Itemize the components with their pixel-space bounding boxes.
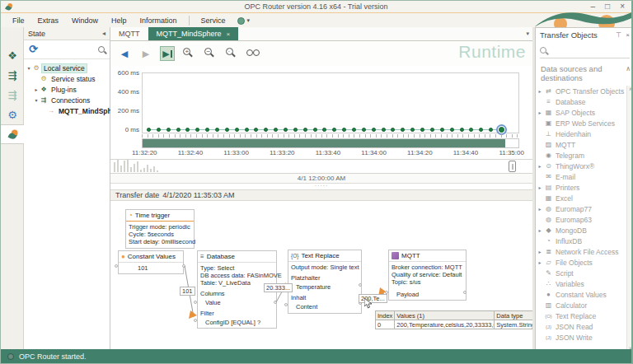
transfer-object-json-write[interactable]: {J}JSON Write [536, 332, 633, 343]
transfer-object-mqtt[interactable]: ▨MQTT [536, 139, 633, 150]
menu-item-file[interactable]: File [6, 16, 31, 25]
expander-icon[interactable]: ▸ [536, 184, 544, 190]
data-point[interactable] [313, 128, 317, 132]
data-point[interactable] [215, 128, 219, 132]
expander-icon[interactable]: ▸ [536, 206, 544, 212]
data-point[interactable] [391, 128, 395, 132]
templates-icon[interactable]: ⇶ [1, 85, 24, 105]
expander-icon[interactable]: ▾ [26, 65, 32, 71]
section-collapse-icon[interactable]: ∧ [626, 64, 631, 82]
data-point[interactable] [147, 128, 151, 132]
data-point[interactable] [401, 128, 405, 132]
data-point[interactable] [420, 128, 424, 132]
data-point[interactable] [254, 128, 258, 132]
data-point[interactable] [382, 128, 386, 132]
expander-icon[interactable]: ▸ [536, 259, 544, 265]
node-text-replace[interactable]: {O}Text Replace Output mode: Single text… [288, 250, 362, 314]
expander-icon[interactable]: ▸ [33, 86, 40, 92]
tree-item-local-service[interactable]: ▾⚙Local service [24, 63, 110, 73]
transfer-object-network-file-access[interactable]: ▸≣Network File Access [536, 246, 633, 257]
data-point[interactable] [362, 128, 366, 132]
expander-icon[interactable]: ▸ [536, 88, 544, 94]
flow-canvas[interactable]: ◔Time trigger Trigger mode: periodic Cyc… [110, 201, 532, 351]
node-pin[interactable]: Payload [392, 291, 463, 298]
close-panel-icon[interactable]: × [626, 31, 630, 39]
data-point[interactable] [245, 128, 249, 132]
router-logo-icon[interactable] [1, 124, 24, 144]
data-point[interactable] [205, 128, 209, 132]
service-dropdown-icon[interactable]: ▾ [247, 17, 251, 24]
find-button[interactable] [246, 46, 262, 61]
data-point[interactable] [410, 128, 415, 132]
transfer-object-constant-values[interactable]: ●Constant Values [536, 289, 633, 300]
transfer-object-erp-web-services[interactable]: ▣ERP Web Services [536, 118, 633, 128]
port-in[interactable] [194, 301, 197, 304]
menu-item-information[interactable]: Information [134, 16, 184, 25]
data-point[interactable] [303, 128, 307, 132]
data-point[interactable] [430, 128, 434, 132]
service-settings-icon[interactable]: ⚙ [1, 105, 24, 124]
data-point[interactable] [195, 128, 199, 132]
range-selector-track[interactable] [142, 138, 519, 148]
expander-icon[interactable]: ▸ [536, 249, 544, 254]
range-selector-bar[interactable] [143, 139, 505, 147]
data-point[interactable] [225, 128, 229, 132]
data-point[interactable] [166, 128, 171, 132]
data-point[interactable] [499, 127, 504, 133]
data-point[interactable] [440, 128, 444, 132]
transfer-object-database[interactable]: ≡Database [536, 96, 633, 107]
data-point[interactable] [469, 128, 473, 132]
transfers-icon[interactable]: ⇶ [1, 65, 24, 85]
node-pin[interactable]: Content [291, 303, 359, 310]
zoom-out-button[interactable]: − [203, 46, 218, 61]
data-point[interactable] [264, 128, 268, 132]
go-to-latest-button[interactable]: ▶ [160, 46, 175, 61]
transfer-objects-search[interactable] [540, 42, 630, 58]
expander-icon[interactable]: ▸ [536, 227, 544, 233]
node-pin[interactable]: Value [200, 299, 274, 306]
port-in[interactable] [284, 303, 288, 306]
transfer-object-influxdb[interactable]: ◔InfluxDB [536, 236, 633, 246]
tab-close-icon[interactable]: × [227, 30, 231, 38]
port-in[interactable] [115, 264, 118, 268]
data-point[interactable] [157, 128, 161, 132]
tab-mqtt[interactable]: MQTT [110, 27, 148, 40]
transfer-object-heidenhain[interactable]: ⊥Heidenhain [536, 128, 633, 139]
node-mqtt[interactable]: MQTT Broker connection: MQTT Quality of … [388, 250, 467, 301]
transfer-object-calculator[interactable]: ▥Calculator [536, 300, 633, 310]
data-point[interactable] [293, 128, 298, 132]
menu-item-window[interactable]: Window [65, 16, 105, 25]
port-out[interactable] [359, 283, 362, 287]
data-point[interactable] [352, 128, 356, 132]
chart-plot-area[interactable] [142, 72, 519, 133]
data-point[interactable] [274, 128, 278, 132]
transfer-object-script[interactable]: ✎Script [536, 268, 633, 278]
transfer-object-variables[interactable]: ∴Variables [536, 278, 633, 289]
transfer-object-printers[interactable]: ▸▤Printers [536, 182, 633, 193]
zoom-reset-button[interactable]: · [224, 46, 239, 61]
back-button[interactable]: ◀ [117, 46, 132, 61]
expander-icon[interactable]: ▾ [33, 97, 40, 103]
tab-mqtt-mindsphere[interactable]: MQTT_MindSphere × [148, 27, 239, 40]
expander-icon[interactable]: ▸ [536, 110, 544, 115]
node-time-trigger[interactable]: ◔Time trigger Trigger mode: periodic Cyc… [125, 209, 195, 249]
transfer-object-opc-transfer-objects[interactable]: ▸⇄OPC Transfer Objects [536, 86, 633, 96]
data-point[interactable] [460, 128, 464, 132]
transfer-object-euromap63[interactable]: ◍Euromap63 [536, 214, 633, 225]
transfer-object-e-mail[interactable]: ✉E-mail [536, 171, 633, 182]
transfer-object-euromap77[interactable]: ▸◍Euromap77 [536, 203, 633, 214]
data-point[interactable] [450, 128, 454, 132]
collapse-panel-icon[interactable]: ◂ [102, 30, 106, 37]
transfer-object-thingworx[interactable]: ▸⊙ThingWorx® [536, 161, 633, 171]
transfer-object-telegram[interactable]: ◉Telegram [536, 150, 633, 161]
tree-item-service-status[interactable]: ⚙Service status [24, 73, 110, 84]
scroll-up-icon[interactable]: ∧ [629, 86, 632, 91]
plugins-icon[interactable]: ❖ [1, 45, 24, 65]
transfer-object-file-objects[interactable]: ▸▱File Objects [536, 257, 633, 268]
menu-item-extras[interactable]: Extras [31, 16, 66, 25]
menu-item-service[interactable]: Service [195, 16, 232, 25]
service-status-icon[interactable] [237, 17, 245, 25]
transfer-object-sap-objects[interactable]: ▸▦SAP Objects [536, 107, 633, 118]
tab-list-dropdown-icon[interactable]: ▾ [526, 30, 529, 37]
data-point[interactable] [332, 128, 336, 132]
